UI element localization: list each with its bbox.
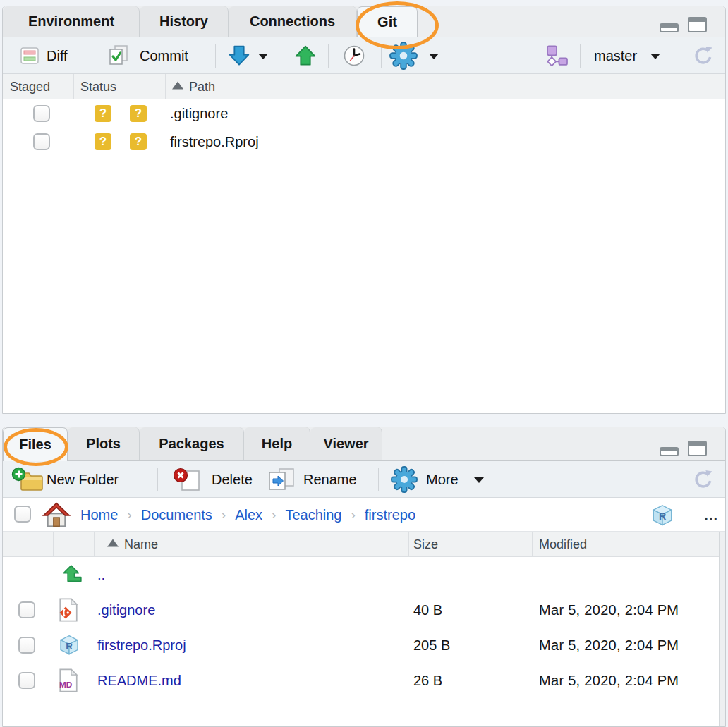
- files-table-header: Name Size Modified: [3, 532, 725, 557]
- column-divider: [53, 532, 54, 557]
- tab-files[interactable]: Files: [3, 427, 68, 461]
- parent-directory-link[interactable]: ..: [97, 567, 105, 583]
- diff-icon[interactable]: [20, 46, 40, 66]
- tab-help[interactable]: Help: [244, 427, 310, 460]
- caret-down-icon[interactable]: [650, 54, 660, 59]
- maximize-icon[interactable]: [688, 441, 707, 456]
- table-row: .gitignore 40 B Mar 5, 2020, 2:04 PM: [3, 592, 725, 628]
- table-row: ? ? .gitignore: [3, 99, 725, 128]
- up-directory-icon[interactable]: [62, 565, 82, 585]
- tab-connections[interactable]: Connections: [229, 6, 357, 37]
- name-column-header[interactable]: Name: [107, 537, 158, 551]
- staged-column-header[interactable]: Staged: [10, 79, 50, 94]
- breadcrumb-teaching[interactable]: Teaching: [285, 507, 341, 523]
- chevron-right-icon: ›: [127, 507, 131, 523]
- select-all-checkbox[interactable]: [14, 506, 31, 523]
- home-icon[interactable]: [42, 502, 71, 527]
- size-column-header[interactable]: Size: [413, 537, 438, 551]
- delete-button[interactable]: Delete: [212, 471, 253, 487]
- path-column-header[interactable]: Path: [172, 79, 215, 94]
- tab-git[interactable]: Git: [357, 6, 418, 37]
- maximize-icon[interactable]: [688, 17, 707, 32]
- caret-down-icon[interactable]: [474, 477, 484, 483]
- file-modified: Mar 5, 2020, 2:04 PM: [539, 673, 687, 689]
- push-icon[interactable]: [293, 44, 317, 67]
- chevron-right-icon: ›: [272, 507, 276, 523]
- column-divider: [408, 532, 409, 557]
- breadcrumb-bar: Home › Documents › Alex › Teaching › fir…: [3, 498, 725, 532]
- toolbar-separator: [92, 44, 92, 68]
- history-clock-icon[interactable]: [343, 44, 365, 67]
- file-checkbox[interactable]: [18, 637, 35, 654]
- git-toolbar: Diff Commit: [3, 37, 725, 74]
- file-link[interactable]: firstrepo.Rproj: [97, 637, 186, 654]
- git-path[interactable]: firstrepo.Rproj: [170, 134, 259, 150]
- table-row: ..: [3, 557, 725, 592]
- scrollbar-gutter[interactable]: [719, 532, 725, 726]
- modified-column-header[interactable]: Modified: [539, 537, 587, 551]
- commit-icon[interactable]: [107, 44, 130, 67]
- toolbar-separator: [215, 44, 216, 68]
- files-toolbar: New Folder Delete Rename: [3, 461, 725, 498]
- rproject-icon: R: [650, 503, 674, 527]
- tab-packages[interactable]: Packages: [140, 427, 244, 460]
- diff-button[interactable]: Diff: [47, 47, 68, 63]
- refresh-icon[interactable]: [691, 44, 715, 67]
- refresh-icon[interactable]: [691, 468, 715, 491]
- minimize-icon[interactable]: [660, 23, 679, 32]
- rename-icon[interactable]: [265, 467, 298, 492]
- file-link[interactable]: .gitignore: [97, 602, 155, 618]
- breadcrumb: Home › Documents › Alex › Teaching › fir…: [80, 498, 415, 532]
- delete-icon[interactable]: [172, 467, 202, 494]
- file-modified: Mar 5, 2020, 2:04 PM: [539, 637, 687, 654]
- git-panel: Environment History Connections Git Diff: [2, 6, 726, 414]
- tab-plots[interactable]: Plots: [68, 427, 140, 460]
- chevron-right-icon: ›: [351, 507, 355, 523]
- new-folder-icon[interactable]: [11, 467, 44, 494]
- status-untracked-badge: ?: [130, 133, 147, 150]
- pull-icon[interactable]: [227, 44, 251, 67]
- git-panel-tabstrip: Environment History Connections Git: [3, 6, 725, 37]
- commit-button[interactable]: Commit: [140, 47, 188, 63]
- breadcrumb-documents[interactable]: Documents: [141, 507, 212, 523]
- branch-graph-icon[interactable]: [545, 45, 569, 66]
- status-untracked-badge: ?: [95, 105, 111, 122]
- toolbar-separator: [679, 44, 679, 68]
- git-table-header: Staged Status Path: [3, 74, 725, 99]
- tab-history[interactable]: History: [140, 6, 229, 37]
- rproj-file-icon: R: [58, 634, 80, 656]
- tab-environment[interactable]: Environment: [3, 6, 140, 37]
- files-panel: Files Plots Packages Help Viewer New Fol…: [2, 427, 726, 727]
- file-modified: Mar 5, 2020, 2:04 PM: [539, 602, 687, 618]
- status-untracked-badge: ?: [95, 133, 111, 150]
- breadcrumb-alex[interactable]: Alex: [235, 507, 262, 523]
- more-button[interactable]: More: [426, 471, 459, 487]
- caret-down-icon[interactable]: [429, 54, 439, 59]
- breadcrumb-home[interactable]: Home: [80, 507, 118, 523]
- more-gear-icon[interactable]: [391, 466, 418, 493]
- breadcrumb-firstrepo[interactable]: firstrepo: [365, 507, 415, 523]
- table-row: R firstrepo.Rproj 205 B Mar 5, 2020, 2:0…: [3, 628, 725, 663]
- git-path[interactable]: .gitignore: [170, 106, 228, 122]
- toolbar-separator: [157, 468, 158, 491]
- toolbar-separator: [328, 44, 329, 68]
- svg-text:R: R: [659, 511, 666, 522]
- column-divider: [165, 74, 166, 99]
- breadcrumb-overflow-button[interactable]: ...: [704, 506, 718, 523]
- svg-text:R: R: [66, 641, 73, 652]
- staged-checkbox[interactable]: [33, 105, 50, 122]
- minimize-icon[interactable]: [660, 447, 679, 456]
- staged-checkbox[interactable]: [33, 133, 50, 150]
- branch-selector[interactable]: master: [594, 47, 637, 63]
- new-folder-button[interactable]: New Folder: [47, 471, 119, 487]
- file-link[interactable]: README.md: [97, 673, 181, 689]
- file-size: 40 B: [413, 602, 442, 618]
- caret-down-icon[interactable]: [258, 54, 268, 59]
- tab-viewer[interactable]: Viewer: [310, 427, 382, 460]
- file-checkbox[interactable]: [18, 601, 35, 618]
- status-column-header[interactable]: Status: [80, 79, 116, 94]
- toolbar-separator: [378, 468, 379, 491]
- rename-button[interactable]: Rename: [303, 471, 357, 487]
- gear-icon[interactable]: [389, 42, 418, 70]
- file-checkbox[interactable]: [18, 672, 35, 689]
